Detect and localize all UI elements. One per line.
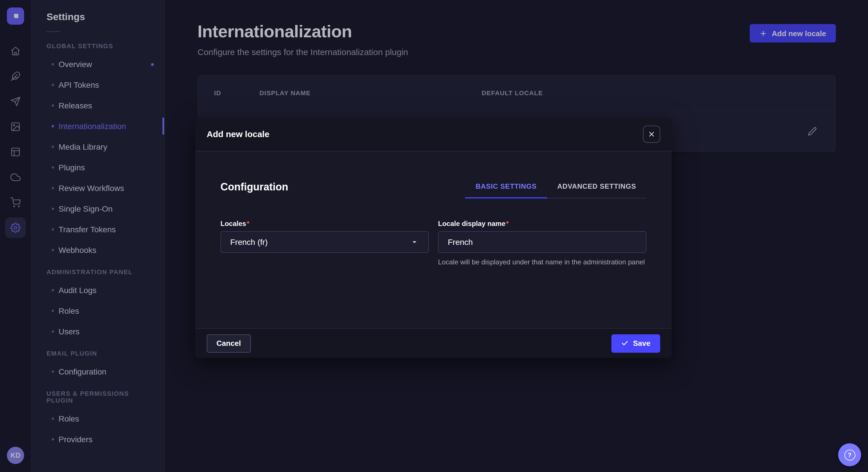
display-name-field: Locale display name* Locale will be disp… [438,220,646,267]
locales-select-value: French (fr) [230,237,268,247]
tab-advanced-settings[interactable]: ADVANCED SETTINGS [547,180,646,198]
save-button-label: Save [633,339,650,347]
question-mark-icon: ? [844,449,855,460]
locales-select[interactable]: French (fr) [220,231,429,253]
app-window: KD Settings GLOBAL SETTINGS Overview API… [0,0,868,472]
tab-basic-settings[interactable]: BASIC SETTINGS [465,180,547,198]
locales-label-text: Locales [220,220,246,228]
locale-display-name-input[interactable] [438,231,646,253]
required-mark: * [506,220,508,228]
chevron-down-icon [410,237,419,247]
modal-footer: Cancel Save [195,328,672,358]
cancel-button[interactable]: Cancel [207,334,251,352]
check-icon [621,339,628,347]
close-icon [648,131,655,137]
modal-body-top: Configuration BASIC SETTINGS ADVANCED SE… [220,180,646,198]
help-fab-button[interactable]: ? [838,443,861,466]
modal-title: Add new locale [207,129,269,139]
locale-form: Locales* French (fr) Locale display name… [220,220,646,267]
display-name-hint: Locale will be displayed under that name… [438,258,646,267]
display-name-label-text: Locale display name [438,220,505,228]
modal-header: Add new locale [195,117,672,151]
display-name-label: Locale display name* [438,220,646,228]
required-mark: * [247,220,249,228]
modal-body: Configuration BASIC SETTINGS ADVANCED SE… [195,151,672,328]
locales-label: Locales* [220,220,429,228]
close-modal-button[interactable] [643,125,660,142]
configuration-heading: Configuration [220,180,288,193]
locales-field: Locales* French (fr) [220,220,429,267]
save-button[interactable]: Save [611,334,660,352]
modal-tabs: BASIC SETTINGS ADVANCED SETTINGS [465,180,646,198]
add-locale-modal: Add new locale Configuration BASIC SETTI… [195,117,672,358]
